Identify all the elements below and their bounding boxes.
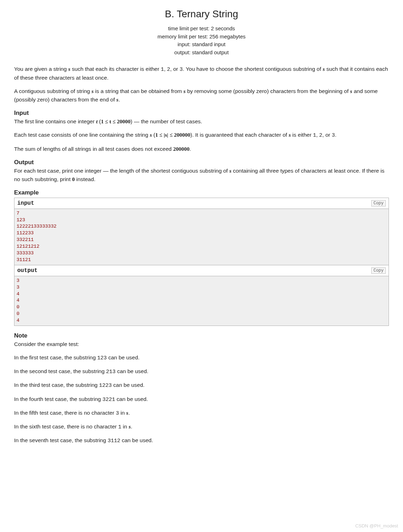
input-header: Input xyxy=(14,110,389,117)
output-p1: For each test case, print one integer — … xyxy=(14,167,389,184)
example-header: Example xyxy=(14,189,389,196)
copy-input-button[interactable]: Copy xyxy=(371,200,386,206)
memory-limit: memory limit per test: 256 megabytes xyxy=(14,33,389,41)
note-line-7: In the seventh test case, the substring … xyxy=(14,436,389,445)
example-input-data: 7 123 12222133333332 112233 332211 12121… xyxy=(14,209,389,265)
problem-title: B. Ternary String xyxy=(14,8,389,20)
input-p2: Each test case consists of one line cont… xyxy=(14,131,389,140)
input-type: input: standard input xyxy=(14,41,389,49)
input-p1: The first line contains one integer t (1… xyxy=(14,117,389,126)
time-limit: time limit per test: 2 seconds xyxy=(14,25,389,33)
intro-p1: You are given a string s such that each … xyxy=(14,65,389,82)
note-line-4: In the fourth test case, the substring 3… xyxy=(14,395,389,404)
limits-block: time limit per test: 2 seconds memory li… xyxy=(14,25,389,56)
example-box: input Copy 7 123 12222133333332 112233 3… xyxy=(14,198,389,326)
input-p3: The sum of lengths of all strings in all… xyxy=(14,145,389,153)
input-label: input xyxy=(17,200,34,206)
note-line-1: In the first test case, the substring 12… xyxy=(14,353,389,362)
note-line-3: In the third test case, the substring 12… xyxy=(14,381,389,390)
note-header: Note xyxy=(14,332,389,339)
output-type: output: standard output xyxy=(14,49,389,57)
note-line-2: In the second test case, the substring 2… xyxy=(14,367,389,376)
note-line-5: In the fifth test case, there is no char… xyxy=(14,409,389,417)
note-line-6: In the sixth test case, there is no char… xyxy=(14,422,389,431)
copy-output-button[interactable]: Copy xyxy=(371,267,386,274)
note-intro: Consider the example test: xyxy=(14,340,389,348)
output-header: Output xyxy=(14,159,389,166)
intro-p2: A contiguous substring of string s is a … xyxy=(14,87,389,104)
example-output-data: 3 3 4 4 0 0 4 xyxy=(14,276,389,326)
output-label: output xyxy=(17,267,38,274)
